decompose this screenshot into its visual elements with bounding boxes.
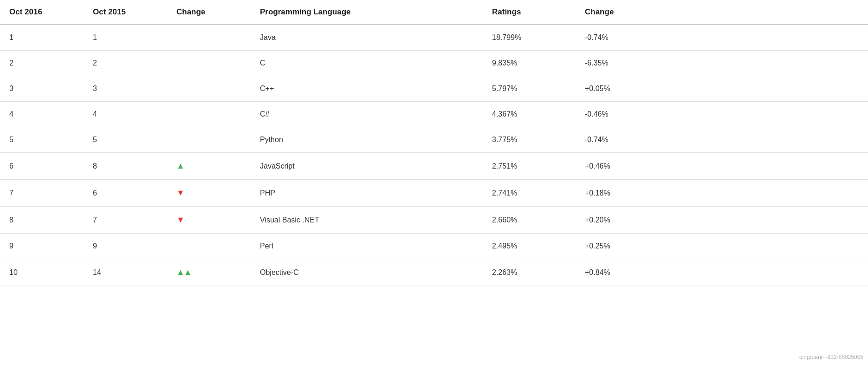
table-row: 76▼PHP2.741%+0.18% (0, 180, 868, 207)
cell-ratings: 5.797% (483, 76, 576, 102)
table-header-row: Oct 2016 Oct 2015 Change Programming Lan… (0, 0, 868, 25)
cell-oct2015: 3 (84, 76, 167, 102)
cell-ratings: 2.263% (483, 259, 576, 286)
cell-language: JavaScript (251, 153, 483, 180)
cell-change-arrow (167, 51, 251, 76)
table-row: 99Perl2.495%+0.25% (0, 234, 868, 259)
cell-ratings: 2.741% (483, 180, 576, 207)
cell-change-arrow (167, 127, 251, 153)
cell-change-arrow (167, 102, 251, 127)
cell-oct2016: 4 (0, 102, 84, 127)
cell-ratings: 2.495% (483, 234, 576, 259)
watermark: qingruanr···932-85025005 (799, 354, 863, 360)
cell-oct2015: 1 (84, 25, 167, 51)
cell-ratings: 2.660% (483, 207, 576, 234)
cell-oct2015: 2 (84, 51, 167, 76)
table-row: 11Java18.799%-0.74% (0, 25, 868, 51)
header-ratings: Ratings (483, 0, 576, 25)
cell-change2: -0.74% (576, 25, 868, 51)
cell-ratings: 3.775% (483, 127, 576, 153)
table-row: 55Python3.775%-0.74% (0, 127, 868, 153)
cell-change2: +0.84% (576, 259, 868, 286)
cell-language: Python (251, 127, 483, 153)
table-row: 22C9.835%-6.35% (0, 51, 868, 76)
cell-oct2015: 8 (84, 153, 167, 180)
cell-language: Java (251, 25, 483, 51)
header-language: Programming Language (251, 0, 483, 25)
up-arrow-icon: ▲ (176, 161, 185, 170)
double-up-arrow-icon: ▲▲ (176, 267, 191, 277)
cell-change2: +0.18% (576, 180, 868, 207)
cell-change-arrow: ▲▲ (167, 259, 251, 286)
cell-oct2016: 9 (0, 234, 84, 259)
cell-change-arrow (167, 234, 251, 259)
cell-oct2015: 4 (84, 102, 167, 127)
cell-language: Visual Basic .NET (251, 207, 483, 234)
cell-ratings: 18.799% (483, 25, 576, 51)
table-row: 33C++5.797%+0.05% (0, 76, 868, 102)
cell-change-arrow (167, 76, 251, 102)
cell-change-arrow: ▲ (167, 153, 251, 180)
main-container: Oct 2016 Oct 2015 Change Programming Lan… (0, 0, 868, 365)
table-row: 1014▲▲Objective-C2.263%+0.84% (0, 259, 868, 286)
cell-language: Objective-C (251, 259, 483, 286)
cell-change2: +0.05% (576, 76, 868, 102)
cell-oct2016: 5 (0, 127, 84, 153)
cell-oct2016: 8 (0, 207, 84, 234)
cell-oct2016: 3 (0, 76, 84, 102)
cell-language: PHP (251, 180, 483, 207)
cell-language: C# (251, 102, 483, 127)
cell-language: C (251, 51, 483, 76)
down-arrow-icon: ▼ (176, 215, 185, 224)
cell-oct2015: 6 (84, 180, 167, 207)
header-oct2015: Oct 2015 (84, 0, 167, 25)
cell-change2: -6.35% (576, 51, 868, 76)
cell-oct2016: 1 (0, 25, 84, 51)
cell-change2: -0.46% (576, 102, 868, 127)
cell-ratings: 9.835% (483, 51, 576, 76)
cell-change-arrow: ▼ (167, 207, 251, 234)
cell-oct2015: 9 (84, 234, 167, 259)
cell-ratings: 2.751% (483, 153, 576, 180)
header-change2: Change (576, 0, 868, 25)
table-body: 11Java18.799%-0.74%22C9.835%-6.35%33C++5… (0, 25, 868, 286)
cell-oct2016: 7 (0, 180, 84, 207)
rankings-table: Oct 2016 Oct 2015 Change Programming Lan… (0, 0, 868, 286)
cell-language: Perl (251, 234, 483, 259)
table-row: 68▲JavaScript2.751%+0.46% (0, 153, 868, 180)
cell-change2: +0.25% (576, 234, 868, 259)
header-change: Change (167, 0, 251, 25)
cell-change2: -0.74% (576, 127, 868, 153)
cell-oct2016: 6 (0, 153, 84, 180)
cell-change-arrow (167, 25, 251, 51)
cell-change2: +0.20% (576, 207, 868, 234)
cell-oct2016: 2 (0, 51, 84, 76)
cell-change-arrow: ▼ (167, 180, 251, 207)
cell-oct2015: 14 (84, 259, 167, 286)
cell-oct2015: 7 (84, 207, 167, 234)
table-row: 44C#4.367%-0.46% (0, 102, 868, 127)
cell-ratings: 4.367% (483, 102, 576, 127)
cell-language: C++ (251, 76, 483, 102)
cell-change2: +0.46% (576, 153, 868, 180)
cell-oct2015: 5 (84, 127, 167, 153)
header-oct2016: Oct 2016 (0, 0, 84, 25)
down-arrow-icon: ▼ (176, 188, 185, 197)
table-row: 87▼Visual Basic .NET2.660%+0.20% (0, 207, 868, 234)
cell-oct2016: 10 (0, 259, 84, 286)
